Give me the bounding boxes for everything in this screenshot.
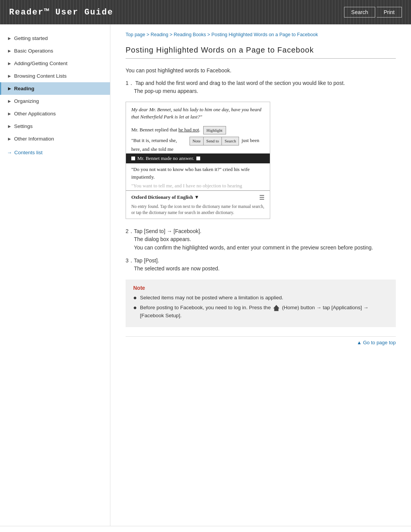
ds-dictionary: Oxford Dictionary of English ▼ ☰ No entr… — [126, 190, 270, 219]
ds-text-5: "You want to tell me, and I have no obje… — [126, 181, 270, 190]
sidebar-item-reading[interactable]: ▶ Reading — [0, 82, 110, 95]
sidebar-item-label: Basic Operations — [14, 48, 53, 54]
step-2-text: 2．Tap [Send to] → [Facebook]. — [126, 228, 396, 235]
home-icon — [273, 305, 279, 311]
sidebar-item-label: Organizing — [14, 98, 39, 104]
header-title: Reader™ User Guide — [9, 8, 113, 17]
sidebar-item-label: Adding/Getting Content — [14, 61, 67, 66]
step-2-sub2: You can confirm the highlighted words, a… — [134, 243, 396, 252]
sidebar-item-other-information[interactable]: ▶ Other Information — [0, 133, 110, 145]
main-content: Top page > Reading > Reading Books > Pos… — [110, 24, 411, 526]
breadcrumb: Top page > Reading > Reading Books > Pos… — [126, 32, 396, 37]
sidebar-item-basic-operations[interactable]: ▶ Basic Operations — [0, 45, 110, 57]
chevron-right-icon: ▶ — [8, 137, 11, 141]
chevron-right-icon: ▶ — [8, 99, 11, 103]
sidebar-item-label: Getting started — [14, 35, 48, 41]
footer-nav: Go to page top — [126, 336, 396, 347]
ds-selected-text: Mr. Bennet made no answer. — [126, 153, 270, 163]
intro-text: You can post highlighted words to Facebo… — [126, 66, 396, 75]
sidebar-item-getting-started[interactable]: ▶ Getting started — [0, 32, 110, 45]
breadcrumb-reading[interactable]: Reading — [151, 32, 169, 37]
breadcrumb-reading-books[interactable]: Reading Books — [174, 32, 206, 37]
ds-text-2: Mr. Bennet replied that he had not. High… — [126, 125, 270, 136]
note-item-1: ● Selected items may not be posted where… — [133, 294, 388, 302]
sidebar-item-label: Reading — [14, 86, 34, 91]
layout: ▶ Getting started ▶ Basic Operations ▶ A… — [0, 24, 411, 526]
step-1-sub: The pop-up menu appears. — [134, 87, 396, 95]
arrow-right-icon: → — [7, 150, 12, 155]
sidebar-item-adding-content[interactable]: ▶ Adding/Getting Content — [0, 57, 110, 70]
sidebar-item-settings[interactable]: ▶ Settings — [0, 120, 110, 133]
chevron-right-icon: ▶ — [8, 112, 11, 116]
bullet-icon: ● — [133, 304, 137, 311]
ds-text-1: My dear Mr. Bennet, said his lady to him… — [126, 102, 270, 125]
note-item-2: ● Before posting to Facebook, you need t… — [133, 304, 388, 320]
sidebar-item-browsing-content[interactable]: ▶ Browsing Content Lists — [0, 70, 110, 82]
go-to-top-link[interactable]: Go to page top — [357, 340, 396, 345]
chevron-right-icon: ▶ — [8, 124, 11, 128]
sidebar-item-label: Other Information — [14, 136, 54, 142]
chevron-right-icon: ▶ — [8, 74, 11, 78]
step-2-sub1: The dialog box appears. — [134, 235, 396, 243]
search-button[interactable]: Search — [344, 7, 375, 18]
step-3-text: 3．Tap [Post]. — [126, 257, 396, 264]
copyright: Copyright 2012 Sony Corporation — [0, 526, 411, 532]
print-button[interactable]: Print — [377, 7, 402, 18]
bullet-icon: ● — [133, 294, 137, 301]
sidebar-item-label: Browsing Content Lists — [14, 73, 67, 79]
step-1-text: 1． Tap and hold the first word and drag … — [126, 80, 396, 87]
contents-list-label: Contents list — [14, 150, 43, 155]
breadcrumb-current[interactable]: Posting Highlighted Words on a Page to F… — [212, 32, 318, 37]
header-buttons: Search Print — [344, 7, 402, 18]
chevron-right-icon: ▶ — [8, 49, 11, 53]
chevron-right-icon: ▶ — [8, 86, 11, 91]
ds-text-4: "Do you not want to know who has taken i… — [126, 163, 270, 181]
ds-dict-text: No entry found. Tap the icon next to the… — [131, 203, 264, 216]
ds-dict-icon: ☰ — [259, 194, 264, 201]
contents-list-link[interactable]: → Contents list — [0, 145, 110, 160]
breadcrumb-top[interactable]: Top page — [126, 32, 145, 37]
sidebar-item-label: Settings — [14, 123, 33, 129]
sidebar-item-other-applications[interactable]: ▶ Other Applications — [0, 107, 110, 120]
header: Reader™ User Guide Search Print — [0, 0, 411, 24]
sidebar: ▶ Getting started ▶ Basic Operations ▶ A… — [0, 24, 110, 526]
sidebar-item-organizing[interactable]: ▶ Organizing — [0, 95, 110, 107]
ds-text-3: "But it is, returned she, NoteSend toSea… — [126, 136, 270, 153]
chevron-right-icon: ▶ — [8, 61, 11, 66]
step-3: 3．Tap [Post]. The selected words are now… — [126, 257, 396, 273]
step-2: 2．Tap [Send to] → [Facebook]. The dialog… — [126, 228, 396, 252]
ds-dict-name: Oxford Dictionary of English ▼ — [131, 194, 199, 200]
note-box: Note ● Selected items may not be posted … — [126, 280, 396, 327]
step-1: 1． Tap and hold the first word and drag … — [126, 80, 396, 95]
page-title: Posting Highlighted Words on a Page to F… — [126, 46, 396, 59]
device-screenshot: My dear Mr. Bennet, said his lady to him… — [126, 102, 270, 219]
sidebar-item-label: Other Applications — [14, 111, 56, 117]
step-3-sub: The selected words are now posted. — [134, 264, 396, 273]
note-title: Note — [133, 285, 388, 291]
chevron-right-icon: ▶ — [8, 36, 11, 40]
